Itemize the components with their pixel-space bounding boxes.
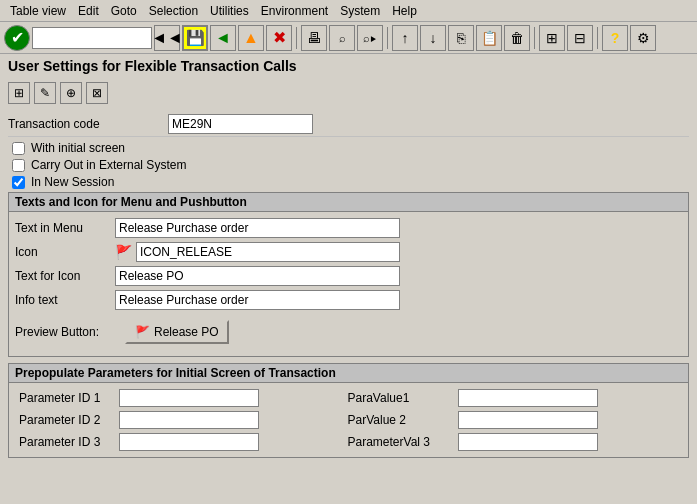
info-text-label: Info text	[15, 293, 115, 307]
param-val-cell-2	[454, 409, 683, 431]
param-val-cell-1	[454, 387, 683, 409]
delete-button[interactable]: 🗑	[504, 25, 530, 51]
text-for-icon-input[interactable]	[115, 266, 400, 286]
param-id-input-2[interactable]	[119, 411, 259, 429]
forward-button[interactable]: ▲	[238, 25, 264, 51]
params-section-content: Parameter ID 1 ParaValue1 Parameter ID 2…	[9, 383, 688, 457]
menu-edit[interactable]: Edit	[72, 2, 105, 20]
in-new-session-checkbox[interactable]	[12, 176, 25, 189]
separator-3	[534, 27, 535, 49]
layout-btn2[interactable]: ⊟	[567, 25, 593, 51]
param-val-input-3[interactable]	[458, 433, 598, 451]
with-initial-screen-label: With initial screen	[31, 141, 125, 155]
confirm-button[interactable]: ✔	[4, 25, 30, 51]
action-icon-3[interactable]: ⊕	[60, 82, 82, 104]
print-button[interactable]: 🖶	[301, 25, 327, 51]
action-icon-1[interactable]: ⊞	[8, 82, 30, 104]
find-button[interactable]: ⌕	[329, 25, 355, 51]
prev-button[interactable]: ◄◄	[154, 25, 180, 51]
param-val-input-2[interactable]	[458, 411, 598, 429]
param-val-cell-3	[454, 431, 683, 453]
param-val-label-3: ParameterVal 3	[344, 431, 454, 453]
page-title: User Settings for Flexible Transaction C…	[0, 54, 697, 78]
help-button[interactable]: ?	[602, 25, 628, 51]
param-id-cell-2	[115, 409, 344, 431]
paste-button[interactable]: 📋	[476, 25, 502, 51]
up-arrow-button[interactable]: ↑	[392, 25, 418, 51]
cancel-button[interactable]: ✖	[266, 25, 292, 51]
param-id-label-3: Parameter ID 3	[15, 431, 115, 453]
preview-flag-icon: 🚩	[135, 325, 150, 339]
menu-selection[interactable]: Selection	[143, 2, 204, 20]
down-arrow-button[interactable]: ↓	[420, 25, 446, 51]
back-button[interactable]: ◄	[210, 25, 236, 51]
text-for-icon-row: Text for Icon	[15, 266, 682, 286]
transaction-code-label: Transaction code	[8, 117, 168, 131]
param-row-3: Parameter ID 3 ParameterVal 3	[15, 431, 682, 453]
transaction-code-row: Transaction code	[8, 112, 689, 137]
params-section: Prepopulate Parameters for Initial Scree…	[8, 363, 689, 458]
carry-out-row: Carry Out in External System	[8, 158, 689, 172]
preview-label: Preview Button:	[15, 325, 125, 339]
params-table: Parameter ID 1 ParaValue1 Parameter ID 2…	[15, 387, 682, 453]
action-icons-row: ⊞ ✎ ⊕ ⊠	[0, 78, 697, 108]
param-row-2: Parameter ID 2 ParValue 2	[15, 409, 682, 431]
icon-row: Icon 🚩	[15, 242, 682, 262]
preview-button[interactable]: 🚩 Release PO	[125, 320, 229, 344]
param-val-label-2: ParValue 2	[344, 409, 454, 431]
command-input[interactable]	[32, 27, 152, 49]
text-for-icon-label: Text for Icon	[15, 269, 115, 283]
menu-system[interactable]: System	[334, 2, 386, 20]
params-section-title: Prepopulate Parameters for Initial Scree…	[9, 364, 688, 383]
find-next-button[interactable]: ⌕▶	[357, 25, 383, 51]
layout-btn1[interactable]: ⊞	[539, 25, 565, 51]
menu-table-view[interactable]: Table view	[4, 2, 72, 20]
icon-input[interactable]	[136, 242, 400, 262]
in-new-session-row: In New Session	[8, 175, 689, 189]
separator-1	[296, 27, 297, 49]
text-in-menu-row: Text in Menu	[15, 218, 682, 238]
menu-environment[interactable]: Environment	[255, 2, 334, 20]
separator-4	[597, 27, 598, 49]
texts-section-content: Text in Menu Icon 🚩 Text for Icon Info t…	[9, 212, 688, 356]
param-id-cell-3	[115, 431, 344, 453]
param-id-cell-1	[115, 387, 344, 409]
copy-button[interactable]: ⎘	[448, 25, 474, 51]
menu-goto[interactable]: Goto	[105, 2, 143, 20]
texts-section-title: Texts and Icon for Menu and Pushbutton	[9, 193, 688, 212]
separator-2	[387, 27, 388, 49]
settings-button[interactable]: ⚙	[630, 25, 656, 51]
with-initial-screen-row: With initial screen	[8, 141, 689, 155]
preview-button-label: Release PO	[154, 325, 219, 339]
param-id-input-3[interactable]	[119, 433, 259, 451]
transaction-code-input[interactable]	[168, 114, 313, 134]
menu-utilities[interactable]: Utilities	[204, 2, 255, 20]
info-text-input[interactable]	[115, 290, 400, 310]
with-initial-screen-checkbox[interactable]	[12, 142, 25, 155]
param-row-1: Parameter ID 1 ParaValue1	[15, 387, 682, 409]
param-val-input-1[interactable]	[458, 389, 598, 407]
menubar: Table view Edit Goto Selection Utilities…	[0, 0, 697, 22]
icon-cell: 🚩	[115, 242, 400, 262]
param-id-label-2: Parameter ID 2	[15, 409, 115, 431]
toolbar: ✔ ◄◄ 💾 ◄ ▲ ✖ 🖶 ⌕ ⌕▶ ↑ ↓ ⎘ 📋 🗑 ⊞ ⊟ ? ⚙	[0, 22, 697, 54]
text-in-menu-input[interactable]	[115, 218, 400, 238]
action-icon-4[interactable]: ⊠	[86, 82, 108, 104]
carry-out-label: Carry Out in External System	[31, 158, 186, 172]
menu-help[interactable]: Help	[386, 2, 423, 20]
param-id-input-1[interactable]	[119, 389, 259, 407]
action-icon-2[interactable]: ✎	[34, 82, 56, 104]
info-text-row: Info text	[15, 290, 682, 310]
param-id-label-1: Parameter ID 1	[15, 387, 115, 409]
preview-row: Preview Button: 🚩 Release PO	[15, 314, 682, 350]
texts-section: Texts and Icon for Menu and Pushbutton T…	[8, 192, 689, 357]
save-button[interactable]: 💾	[182, 25, 208, 51]
main-content: Transaction code With initial screen Car…	[0, 108, 697, 468]
text-in-menu-label: Text in Menu	[15, 221, 115, 235]
icon-label: Icon	[15, 245, 115, 259]
param-val-label-1: ParaValue1	[344, 387, 454, 409]
carry-out-checkbox[interactable]	[12, 159, 25, 172]
in-new-session-label: In New Session	[31, 175, 114, 189]
green-flag-icon: 🚩	[115, 244, 132, 260]
